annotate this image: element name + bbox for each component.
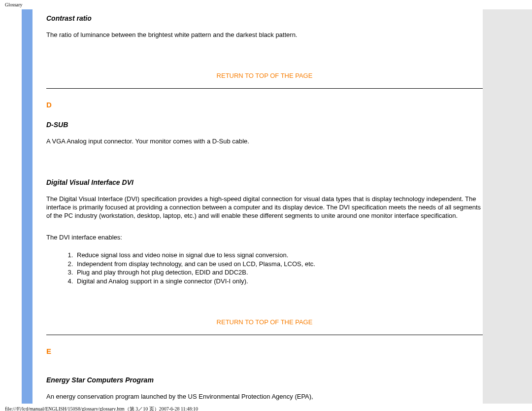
list-item: Digital and Analog support in a single c… xyxy=(75,277,483,286)
list-item: Reduce signal loss and video noise in si… xyxy=(75,251,483,260)
letter-d-heading: D xyxy=(46,101,483,109)
sidebar-gap xyxy=(33,9,46,404)
dsub-body: A VGA Analog input connector. Your monit… xyxy=(46,137,483,146)
list-item: Independent from display technology, and… xyxy=(75,260,483,269)
divider-2 xyxy=(46,335,483,335)
return-top-link-2[interactable]: RETURN TO TOP OF THE PAGE xyxy=(46,318,483,326)
dvi-heading: Digital Visual Interface DVI xyxy=(46,178,483,186)
main-content: Contrast ratio The ratio of luminance be… xyxy=(46,9,483,404)
letter-e-heading: E xyxy=(46,347,483,355)
right-gray-column xyxy=(483,9,532,404)
left-margin xyxy=(0,9,22,404)
contrast-ratio-body: The ratio of luminance between the brigh… xyxy=(46,31,483,39)
dsub-heading: D-SUB xyxy=(46,121,483,129)
page-footer-path: file:///F|/lcd/manual/ENGLISH/150S8/glos… xyxy=(0,404,532,411)
dvi-body-2: The DVI interface enables: xyxy=(46,234,483,242)
blue-sidebar xyxy=(22,9,33,404)
page-layout: Contrast ratio The ratio of luminance be… xyxy=(0,9,532,404)
dvi-list: Reduce signal loss and video noise in si… xyxy=(75,251,483,285)
energy-star-heading: Energy Star Computers Program xyxy=(46,376,483,384)
contrast-ratio-heading: Contrast ratio xyxy=(46,14,483,22)
energy-star-body: An energy conservation program launched … xyxy=(46,393,483,401)
divider-1 xyxy=(46,88,483,89)
return-top-link-1[interactable]: RETURN TO TOP OF THE PAGE xyxy=(46,72,483,79)
dvi-body-1: The Digital Visual Interface (DVI) speci… xyxy=(46,195,483,220)
list-item: Plug and play through hot plug detection… xyxy=(75,268,483,277)
page-header-title: Glossary xyxy=(0,0,532,9)
